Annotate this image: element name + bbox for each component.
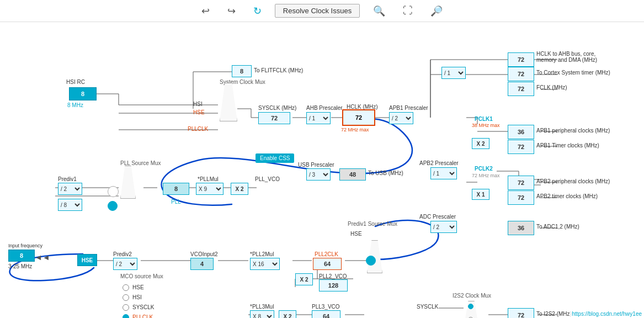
hsi-rc-box: 8 [69,87,97,100]
system-clock-mux-shape [220,83,237,121]
hse-prediv1-label: HSE [350,231,362,237]
undo-button[interactable]: ↩ [197,3,214,19]
sysclk-i2s-label: SYSCLK [417,304,438,310]
mco-sysclk-radio[interactable] [123,304,129,311]
div8-select[interactable]: / 8 [58,199,82,211]
pll-circle-filled [108,201,118,211]
mco-hse-radio[interactable] [123,284,129,291]
pll2-vco-x2-box: X 2 [295,273,313,285]
pclk1-label: PCLK1 [475,116,493,122]
adc-label: To ADC1,2 (MHz) [536,224,579,230]
usb-prescaler-select[interactable]: / 3 [306,168,331,181]
apb2-timer-value: 72 [518,194,524,201]
pll3-vco-box: 64 [312,310,340,318]
hse-range-label: 3-25 MHz [8,263,32,269]
pll2mul-label: *PLL2Mul [250,251,274,257]
zoom-in-button[interactable]: 🔍 [369,3,390,19]
pll2-vco-value: 128 [328,282,338,289]
hsi-mhz-label: 8 MHz [67,102,83,108]
fclk-value: 72 [518,86,524,92]
hsi-value: 8 [81,91,84,97]
pll-source-mux-label: PLL Source Mux [120,160,161,166]
pllmul-select[interactable]: X 9 [196,183,223,195]
mco-pllclk-label: PLLCLK [132,314,153,318]
clock-diagram-canvas: 8 HSI RC 8 MHz System Clock Mux HSI HSE … [0,22,644,318]
apb2-periph-label: APB2 peripheral clocks (MHz) [536,178,610,184]
adc-box: 36 [508,221,534,235]
prediv2-label: Prediv2 [113,251,132,257]
cortex-div-select[interactable]: / 1 [441,67,466,79]
pll2clk-label: PLL2CLK [315,251,338,257]
prediv1-src-circle [366,256,376,266]
mco-sysclk-label: SYSCLK [132,304,154,310]
mco-source-mux-label: MCO source Mux [120,273,163,279]
pll-x2-box: X 2 [231,183,248,195]
usb-prescaler-label: USB Prescaler [298,162,334,168]
fit-button[interactable]: ⛶ [398,3,417,19]
pll2clk-box: 64 [313,258,342,270]
pll-vco-label: PLL_VCO [255,176,280,182]
apb2-periph-value: 72 [518,179,524,186]
adc-prescaler-select[interactable]: / 2 [430,221,457,233]
flitfclk-box: 8 [232,65,252,77]
resolve-clock-button[interactable]: Resolve Clock Issues [275,4,360,18]
pllmul-label: *PLLMul [198,176,219,182]
ahb-prescaler-select[interactable]: / 1 [306,112,331,124]
hse-freq-box: 8 [8,250,35,262]
apb1-timer-box: 72 [508,140,534,154]
apb1-x2-box: X 2 [472,138,489,149]
cortex-timer-value: 72 [518,71,524,77]
adc-value: 36 [518,225,524,231]
pll-label: PLL [171,199,181,205]
i2s2-sysclk-radio[interactable] [468,304,473,309]
apb2-prescaler-label: APB2 Prescaler [419,160,459,166]
sysclk-value: 72 [271,115,278,121]
pll3mul-select[interactable]: X 8 [250,310,274,318]
hclk-value: 72 [355,114,362,121]
apb2-x1-label: X 1 [476,192,485,198]
flitfclk-value: 8 [240,68,243,75]
prediv2-select[interactable]: / 2 [113,258,137,270]
apb2-timer-box: 72 [508,190,534,205]
hclk-ahb-label: HCLK to AHB bus, core, [536,51,595,57]
mco-hsi-radio[interactable] [123,294,129,301]
hclk-ahb-label2: memory and DMA (MHz) [536,57,597,63]
pll2-vco-label: PLL2_VCO [319,273,347,279]
pll3-vco-value: 64 [323,313,329,318]
prediv1-select[interactable]: / 2 [58,183,82,195]
mco-hse-label: HSE [132,284,144,290]
adc-prescaler-label: ADC Prescaler [419,214,456,220]
redo-button[interactable]: ↪ [223,3,240,19]
pclk2-label: PCLK2 [475,166,493,172]
hse-line-label: HSE [193,109,205,115]
vcoinput2-value: 4 [200,261,204,267]
enable-css-button[interactable]: Enable CSS [256,153,294,163]
sysclk-box: 72 [258,112,290,124]
apb1-timer-label: APB1 Timer clocks (MHz) [536,142,599,149]
pll2mul-select[interactable]: X 16 [250,258,280,270]
apb1-prescaler-select[interactable]: / 2 [389,112,413,124]
url-bar: https://blog.csdn.net/hwy1ee [570,310,644,318]
prediv1-label: Prediv1 [58,176,77,182]
hsi-line-label: HSI [193,101,203,107]
toolbar: ↩ ↪ ↻ Resolve Clock Issues 🔍 ⛶ 🔎 [0,0,644,22]
apb1-timer-value: 72 [518,144,524,150]
vcoinput2-label: VCOInput2 [190,251,217,257]
pll-x2-label: X 2 [235,186,243,192]
hse-freq-value: 8 [20,252,23,259]
pll2-vco-box: 128 [319,279,348,292]
zoom-out-button[interactable]: 🔎 [426,3,447,19]
apb1-periph-label: APB1 peripheral clocks (MHz) [536,128,610,134]
hclk-ahb-value: 72 [518,56,524,63]
apb2-prescaler-select[interactable]: / 1 [430,167,457,179]
usb-value-box: 48 [339,168,366,181]
vcoinput2-box: 4 [190,258,214,270]
refresh-button[interactable]: ↻ [249,3,266,19]
ahb-prescaler-label: AHB Prescaler [306,105,343,111]
hse-label: HSE [82,257,93,263]
hclk-box: 72 [342,109,375,126]
apb2-periph-box: 72 [508,176,534,190]
i2s2-value: 72 [518,312,524,318]
mco-pllclk-radio[interactable] [123,314,129,318]
pll-source-mux-shape [120,166,136,199]
